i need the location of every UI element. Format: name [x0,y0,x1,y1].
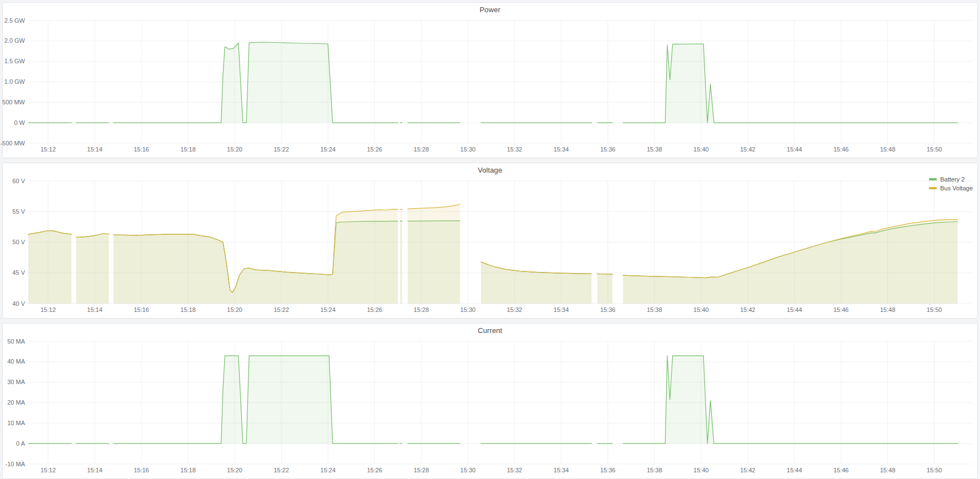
svg-text:15:24: 15:24 [321,467,336,473]
svg-text:15:40: 15:40 [693,306,709,313]
svg-text:15:32: 15:32 [507,467,522,473]
power-chart[interactable]: 2.5 GW2.0 GW1.5 GW1.0 GW500 MW0 W-500 MW… [3,17,977,157]
legend-label-bus-voltage: Bus Voltage [940,184,973,192]
svg-text:30 MA: 30 MA [7,379,25,385]
svg-text:15:48: 15:48 [880,306,896,313]
svg-text:15:24: 15:24 [321,306,336,313]
legend-item-battery-2[interactable]: Battery 2 [929,175,964,183]
panel-title-power[interactable]: Power [3,3,977,17]
svg-text:15:34: 15:34 [554,146,569,153]
svg-text:15:48: 15:48 [880,146,896,153]
svg-text:500 MW: 500 MW [2,99,26,105]
svg-text:15:14: 15:14 [87,146,103,153]
voltage-chart[interactable]: 60 V55 V50 V45 V40 V15:1215:1415:1615:18… [3,178,977,317]
svg-text:20 MA: 20 MA [7,399,25,406]
svg-text:15:26: 15:26 [367,306,383,313]
svg-text:15:36: 15:36 [600,467,616,473]
svg-text:55 V: 55 V [12,208,25,215]
svg-text:15:30: 15:30 [460,306,476,313]
svg-text:2.0 GW: 2.0 GW [4,37,26,44]
svg-text:2.5 GW: 2.5 GW [4,17,26,24]
svg-text:10 MA: 10 MA [7,420,25,426]
svg-text:15:32: 15:32 [507,306,522,313]
svg-text:15:18: 15:18 [180,306,196,313]
svg-text:15:46: 15:46 [834,467,849,473]
legend-item-bus-voltage[interactable]: Bus Voltage [929,184,973,192]
svg-text:-500 MW: -500 MW [0,140,25,147]
svg-text:0 W: 0 W [14,119,25,126]
svg-text:0 A: 0 A [16,440,26,447]
svg-text:15:42: 15:42 [740,306,755,313]
svg-text:15:30: 15:30 [460,467,476,473]
legend-label-battery-2: Battery 2 [940,175,964,183]
svg-text:15:48: 15:48 [880,467,896,473]
svg-text:15:44: 15:44 [787,306,803,313]
svg-text:15:22: 15:22 [273,306,289,313]
svg-text:50 MA: 50 MA [7,338,25,345]
svg-text:15:20: 15:20 [227,467,242,473]
svg-text:15:12: 15:12 [40,146,56,153]
svg-text:45 V: 45 V [12,269,25,276]
svg-text:-10 MA: -10 MA [6,461,26,467]
svg-text:60 V: 60 V [12,178,25,184]
svg-text:15:12: 15:12 [40,306,56,313]
legend: Battery 2 Bus Voltage [929,175,973,192]
svg-text:15:30: 15:30 [460,146,476,153]
svg-text:15:28: 15:28 [414,146,429,153]
svg-text:15:16: 15:16 [134,306,149,313]
svg-text:15:28: 15:28 [414,306,429,313]
svg-text:15:38: 15:38 [647,146,662,153]
svg-text:15:32: 15:32 [507,146,522,153]
svg-text:40 MA: 40 MA [7,358,25,365]
svg-text:1.0 GW: 1.0 GW [4,78,26,85]
svg-text:15:46: 15:46 [834,146,849,153]
svg-text:15:44: 15:44 [787,467,803,473]
dashboard: { "page": { "background": "#f3f4f5" }, "… [0,0,980,479]
svg-text:15:42: 15:42 [740,146,755,153]
svg-text:15:38: 15:38 [647,306,662,313]
svg-text:15:14: 15:14 [87,467,103,473]
svg-text:15:50: 15:50 [927,146,942,153]
legend-swatch-bus-voltage [929,187,937,189]
svg-text:15:22: 15:22 [273,467,289,473]
svg-text:15:36: 15:36 [600,306,616,313]
svg-text:15:40: 15:40 [693,467,709,473]
svg-text:15:16: 15:16 [134,146,149,153]
panel-title-voltage[interactable]: Voltage [3,163,977,178]
svg-text:15:34: 15:34 [554,467,569,473]
svg-text:50 V: 50 V [12,239,25,245]
svg-text:15:16: 15:16 [134,467,149,473]
svg-text:15:14: 15:14 [87,306,103,313]
svg-text:15:24: 15:24 [321,146,336,153]
current-chart[interactable]: 50 MA40 MA30 MA20 MA10 MA0 A-10 MA15:121… [3,338,977,477]
svg-text:15:22: 15:22 [273,146,289,153]
legend-swatch-battery-2 [929,178,937,180]
svg-text:15:36: 15:36 [600,146,616,153]
svg-text:15:38: 15:38 [647,467,662,473]
panel-title-current[interactable]: Current [3,324,977,338]
svg-text:15:50: 15:50 [927,467,942,473]
svg-text:15:28: 15:28 [414,467,429,473]
svg-text:15:12: 15:12 [40,467,56,473]
svg-text:15:20: 15:20 [227,306,242,313]
svg-text:15:26: 15:26 [367,467,383,473]
svg-text:40 V: 40 V [12,300,25,307]
svg-text:15:18: 15:18 [180,146,196,153]
current-panel: Current 50 MA40 MA30 MA20 MA10 MA0 A-10 … [2,323,978,479]
svg-text:15:46: 15:46 [834,306,849,313]
svg-text:15:42: 15:42 [740,467,755,473]
voltage-panel: Voltage Battery 2 Bus Voltage 60 V55 V50… [2,163,978,319]
svg-text:1.5 GW: 1.5 GW [4,58,26,64]
svg-text:15:20: 15:20 [227,146,242,153]
svg-text:15:40: 15:40 [693,146,709,153]
power-panel: Power 2.5 GW2.0 GW1.5 GW1.0 GW500 MW0 W-… [2,2,978,158]
svg-text:15:18: 15:18 [180,467,196,473]
svg-text:15:26: 15:26 [367,146,383,153]
svg-text:15:44: 15:44 [787,146,803,153]
svg-text:15:34: 15:34 [554,306,569,313]
svg-text:15:50: 15:50 [927,306,942,313]
